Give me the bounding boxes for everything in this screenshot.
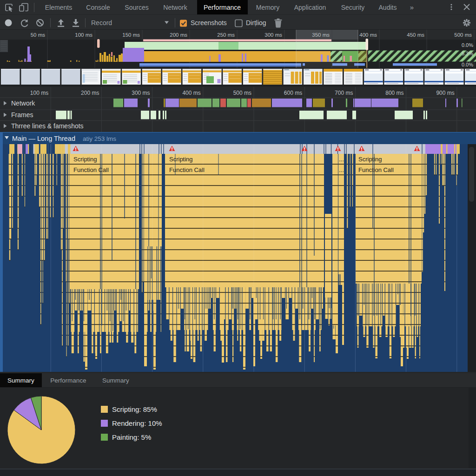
svg-text:Elements: Elements [45, 4, 72, 11]
svg-text:600 ms: 600 ms [284, 90, 302, 96]
svg-text:Scripting: Scripting [73, 156, 97, 163]
svg-text:Sources: Sources [125, 4, 148, 11]
svg-text:Network: Network [11, 99, 35, 107]
svg-text:Function Call: Function Call [358, 166, 394, 173]
svg-text:Main — Long Thread: Main — Long Thread [12, 135, 75, 142]
svg-text:Screenshots: Screenshots [191, 19, 227, 26]
svg-text:100 ms: 100 ms [75, 32, 93, 38]
svg-text:400 ms: 400 ms [359, 32, 377, 38]
svg-text:300 ms: 300 ms [264, 32, 282, 38]
svg-text:Scripting: Scripting [169, 156, 193, 163]
svg-text:Console: Console [86, 4, 110, 11]
svg-text:250 ms: 250 ms [217, 32, 235, 38]
svg-text:500 ms: 500 ms [233, 90, 251, 96]
svg-text:Rendering: 10%: Rendering: 10% [112, 419, 162, 427]
svg-text:Summary: Summary [7, 377, 34, 384]
svg-text:»: » [410, 3, 414, 11]
svg-text:Function Call: Function Call [169, 166, 205, 173]
svg-text:Scripting: Scripting [358, 156, 382, 163]
svg-text:Frames: Frames [11, 111, 33, 119]
svg-text:350 ms: 350 ms [312, 32, 330, 38]
svg-text:50 ms: 50 ms [31, 32, 46, 38]
svg-text:500 ms: 500 ms [454, 32, 472, 38]
svg-text:Audits: Audits [379, 4, 397, 11]
svg-text:800 ms: 800 ms [385, 90, 403, 96]
svg-text:Scripting: 85%: Scripting: 85% [112, 405, 157, 413]
svg-text:100 ms: 100 ms [30, 90, 48, 96]
svg-text:150 ms: 150 ms [122, 32, 140, 38]
svg-text:...: ... [339, 156, 344, 163]
svg-text:...: ... [339, 166, 344, 173]
svg-text:200 ms: 200 ms [170, 32, 187, 38]
svg-text:Dirṭliog: Dirṭliog [246, 19, 266, 26]
svg-text:200 ms: 200 ms [81, 90, 99, 96]
svg-text:Network: Network [163, 4, 187, 11]
svg-text:Security: Security [341, 4, 365, 11]
svg-text:900 ms: 900 ms [436, 90, 454, 96]
svg-text:Performance: Performance [50, 377, 86, 384]
svg-text:Record: Record [91, 19, 112, 26]
svg-text:300 ms: 300 ms [132, 90, 150, 96]
svg-text:Application: Application [294, 4, 326, 11]
svg-text:400 ms: 400 ms [182, 90, 200, 96]
svg-text:Performance: Performance [204, 4, 241, 11]
svg-text:0.0%: 0.0% [462, 42, 473, 48]
svg-text:Painting: 5%: Painting: 5% [112, 433, 151, 441]
svg-text:Thrree lines & fameshots: Thrree lines & fameshots [11, 122, 84, 130]
svg-text:atiy 253 lms: atiy 253 lms [83, 135, 116, 142]
svg-text:Function Call: Function Call [73, 166, 109, 173]
svg-text:450 ms: 450 ms [407, 32, 424, 38]
svg-text:5.3%: 5.3% [462, 51, 473, 56]
svg-text:Summary: Summary [102, 377, 129, 384]
svg-text:0.0%: 0.0% [462, 62, 473, 67]
svg-text:Memory: Memory [256, 4, 280, 11]
svg-text:700 ms: 700 ms [335, 90, 353, 96]
